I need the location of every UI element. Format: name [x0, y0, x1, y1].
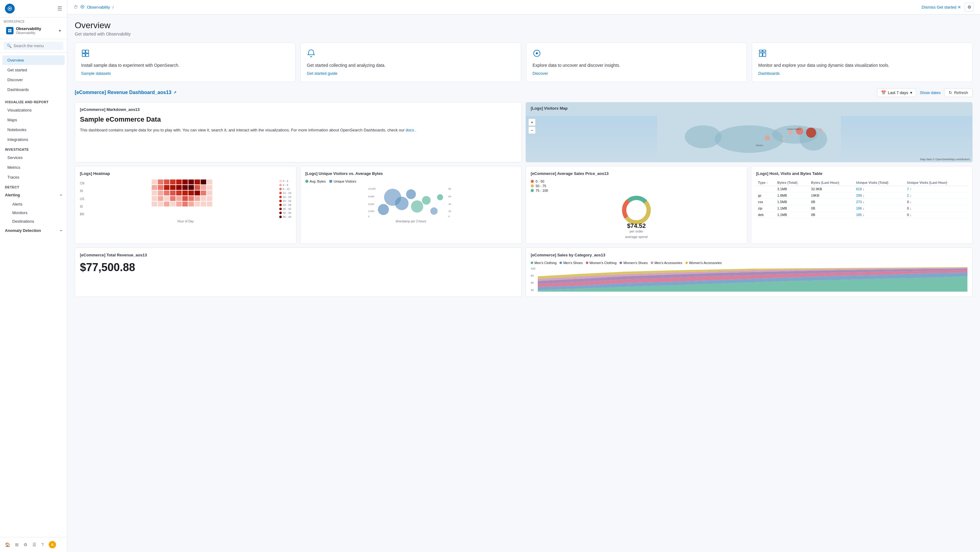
- date-picker[interactable]: 📅 Last 7 days ▾: [877, 88, 916, 97]
- svg-rect-69: [207, 196, 213, 201]
- svg-rect-44: [177, 185, 182, 190]
- svg-rect-36: [189, 180, 194, 185]
- visitors-x-label: timestamp per 3 hours: [305, 220, 517, 223]
- sidebar-item-monitors[interactable]: Monitors: [2, 208, 65, 217]
- sidebar-item-maps[interactable]: Maps: [2, 115, 65, 125]
- svg-text:2,000: 2,000: [368, 210, 375, 213]
- sales-chart-area: 100806040: [531, 267, 967, 292]
- search-wrap[interactable]: 🔍: [4, 42, 64, 50]
- svg-rect-40: [152, 185, 158, 190]
- apps-icon[interactable]: ⊞: [15, 542, 19, 547]
- svg-rect-62: [164, 196, 170, 201]
- col-visits-total: Unique Visits (Total): [854, 180, 905, 186]
- svg-rect-42: [164, 185, 170, 190]
- alerting-header[interactable]: Alerting −: [0, 190, 67, 200]
- refresh-button[interactable]: ↻ Refresh: [944, 88, 973, 97]
- card-sample-link[interactable]: Sample datasets: [81, 71, 289, 76]
- sidebar-logo: ☰: [0, 0, 67, 17]
- sidebar-item-notebooks[interactable]: Notebooks: [2, 125, 65, 134]
- dashboard-controls: 📅 Last 7 days ▾ Show dates ↻ Refresh: [877, 88, 973, 97]
- alerting-collapse-icon: −: [60, 192, 62, 197]
- svg-rect-58: [201, 191, 207, 196]
- card-get-started[interactable]: Get started collecting and analyzing dat…: [301, 43, 521, 82]
- svg-rect-56: [189, 191, 194, 196]
- card-discover-link[interactable]: Discover: [533, 71, 740, 76]
- workspace-icon: [6, 27, 13, 34]
- card-discover[interactable]: Explore data to uncover and discover ins…: [526, 43, 747, 82]
- search-input[interactable]: [13, 43, 60, 48]
- sidebar-item-alerts[interactable]: Alerts: [2, 200, 65, 208]
- visitors-map-widget: [Logs] Visitors Map + −: [525, 102, 973, 162]
- host-table: Type ↑ Bytes (Total) Bytes (Last Hour) U…: [756, 180, 967, 218]
- workspace-item[interactable]: Observability Observability ▾: [4, 24, 64, 37]
- main-area: ⏱ Observability / Dismiss Get started ✕ …: [67, 0, 980, 552]
- heatmap-body: CNINUSIDBR 0 - 4: [80, 180, 291, 218]
- svg-text:United States: United States: [787, 128, 801, 130]
- svg-rect-57: [195, 191, 200, 196]
- home-icon[interactable]: 🏠: [5, 542, 10, 547]
- sales-y-axis: 100806040: [531, 267, 536, 292]
- sidebar-item-dashboards[interactable]: Dashboards: [2, 85, 65, 94]
- svg-point-90: [378, 204, 389, 215]
- dismiss-get-started-button[interactable]: Dismiss Get started ✕: [922, 5, 961, 10]
- workspace-sub: Observability: [16, 31, 41, 35]
- card-sample-datasets[interactable]: Install sample data to experiment with O…: [75, 43, 296, 82]
- svg-rect-8: [86, 50, 89, 53]
- topbar-settings-button[interactable]: ⚙: [965, 2, 974, 12]
- anomaly-header[interactable]: Anomaly Detection −: [0, 226, 67, 235]
- svg-rect-37: [195, 180, 200, 185]
- svg-point-6: [82, 6, 83, 7]
- card-dashboards[interactable]: Monitor and explore your data using dyna…: [752, 43, 973, 82]
- svg-rect-55: [183, 191, 188, 196]
- card-collect-link[interactable]: Get started guide: [307, 71, 515, 76]
- svg-rect-53: [170, 191, 176, 196]
- sidebar-item-metrics[interactable]: Metrics: [2, 163, 65, 172]
- card-sample-title: Install sample data to experiment with O…: [81, 62, 289, 68]
- avatar[interactable]: A: [49, 541, 56, 548]
- sidebar-collapse-button[interactable]: ☰: [57, 5, 62, 12]
- observability-icon: [80, 5, 84, 10]
- help-icon[interactable]: ?: [41, 542, 44, 547]
- sidebar-item-integrations[interactable]: Integrations: [2, 135, 65, 144]
- svg-rect-67: [195, 196, 200, 201]
- host-table-widget: [Logs] Host, Visits and Bytes Table Type…: [751, 166, 973, 244]
- content-area: Overview Get started with Observability …: [67, 14, 980, 552]
- docs-link[interactable]: docs: [406, 128, 414, 132]
- dashboard-row-2: [Logs] Heatmap CNINUSIDBR: [75, 166, 973, 244]
- sidebar-item-traces[interactable]: Traces: [2, 172, 65, 182]
- map-zoom-in-button[interactable]: +: [528, 119, 536, 126]
- map-zoom-out-button[interactable]: −: [528, 127, 536, 134]
- svg-rect-70: [152, 202, 158, 207]
- svg-rect-16: [763, 53, 766, 57]
- workspace-section: WORKSPACE Observability Observability ▾: [0, 17, 67, 39]
- investigate-section-label: Investigate: [0, 145, 67, 153]
- card-dashboards-title: Monitor and explore your data using dyna…: [758, 62, 966, 68]
- card-discover-title: Explore data to uncover and discover ins…: [533, 62, 740, 68]
- bookmarks-icon[interactable]: ☰: [32, 542, 37, 547]
- sidebar-item-services[interactable]: Services: [2, 153, 65, 162]
- svg-point-24: [806, 127, 816, 138]
- svg-rect-4: [10, 31, 12, 32]
- date-range-text: Last 7 days: [888, 91, 908, 95]
- sidebar-item-get-started[interactable]: Get started: [2, 65, 65, 75]
- settings-icon[interactable]: ⚙: [24, 542, 27, 547]
- nav-primary: Overview Get started Discover Dashboards: [0, 52, 67, 97]
- map-title: [Logs] Visitors Map: [526, 102, 972, 116]
- show-dates-button[interactable]: Show dates: [920, 91, 941, 95]
- sidebar-item-destinations[interactable]: Destinations: [2, 217, 65, 226]
- breadcrumb-link[interactable]: Observability: [87, 5, 110, 10]
- svg-point-93: [406, 189, 416, 199]
- sidebar-item-visualizations[interactable]: Visualizations: [2, 105, 65, 115]
- svg-rect-33: [170, 180, 176, 185]
- refresh-icon: ↻: [949, 91, 952, 95]
- svg-rect-15: [759, 53, 762, 57]
- col-bytes-total: Bytes (Total): [775, 180, 809, 186]
- svg-rect-41: [158, 185, 164, 190]
- sidebar-item-discover[interactable]: Discover: [2, 75, 65, 84]
- external-link-icon[interactable]: ↗: [173, 91, 177, 95]
- card-dashboards-link[interactable]: Dashboards: [758, 71, 966, 76]
- svg-point-27: [765, 135, 770, 141]
- nav-visualize-section: Visualize and report Visualizations Maps…: [0, 97, 67, 145]
- heatmap-grid: [88, 180, 277, 218]
- sidebar-item-overview[interactable]: Overview: [2, 56, 65, 65]
